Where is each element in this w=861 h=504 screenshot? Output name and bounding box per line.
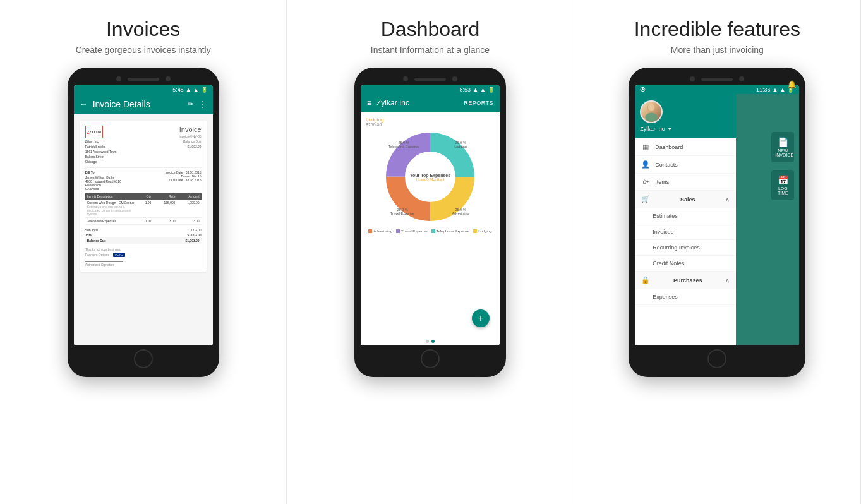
thanks-text: Thanks for your business.	[85, 248, 202, 251]
dashboard-icon: ▦	[641, 143, 650, 151]
company-addr3: Bakers Street	[85, 155, 117, 159]
due-date-row: Due Date : 18.08.2015	[166, 178, 202, 182]
invoice-title-section: Invoice Invoice# INV-30 Balance Due $1,0…	[179, 126, 201, 164]
paypal-icon: PayPal	[113, 253, 125, 257]
sidebar-label-sales: Sales	[680, 196, 695, 203]
sidebar-label-items: Items	[655, 179, 669, 185]
col-header-rate: Rate	[151, 195, 175, 198]
invoice-content: Z ZILLUM Zillum Inc Patrick Brooks 1561 …	[74, 114, 213, 345]
contacts-icon: 👤	[641, 160, 650, 169]
chart-legend: Advertising Travel Expense Telephone Exp…	[368, 229, 491, 233]
phone1-appbar: ← Invoice Details ✏ ⋮	[74, 94, 213, 114]
company-name: Zylkar Inc	[376, 99, 464, 107]
sidebar-label-recurring: Recurring Invoices	[653, 244, 700, 251]
invoice-header: Z ZILLUM Zillum Inc Patrick Brooks 1561 …	[85, 126, 202, 164]
phone3-status-left: ⦿	[640, 87, 646, 93]
panel2-subtitle: Instant Information at a glance	[371, 45, 490, 55]
more-icon[interactable]: ⋮	[199, 100, 207, 109]
sidebar-item-purchases[interactable]: 🔒 Purchases ∧	[635, 272, 736, 289]
highlight-amount: $250.00	[366, 123, 382, 127]
sidebar-right-panel: 🔔 📄 NEW INVOICE 📅 LOG TIME	[736, 94, 799, 345]
sidebar-item-credit-notes[interactable]: Credit Notes	[635, 256, 736, 272]
phone3-camera2	[739, 76, 744, 81]
dashboard-appbar: ≡ Zylkar Inc REPORTS	[361, 94, 500, 112]
col-header-amount: Amount	[176, 195, 200, 198]
phone1-statusbar: 5:45 ▲ ▲ 🔋	[74, 85, 213, 94]
sidebar-item-sales[interactable]: 🛒 Sales ∧	[635, 191, 736, 208]
donut-chart: Your Top Expenses ( Last 6 Months ) 25.0…	[383, 129, 478, 224]
col-header-qty: Qty	[135, 195, 151, 198]
signal-icon: ▲	[193, 87, 199, 93]
phone1-bottom	[74, 349, 213, 368]
sidebar-item-recurring-invoices[interactable]: Recurring Invoices	[635, 240, 736, 256]
company-logo: Z ZILLUM	[85, 126, 103, 138]
avatar-svg	[641, 102, 661, 122]
legend-dot-advertising	[368, 229, 372, 233]
row1-qty: 1.00	[135, 201, 151, 216]
legend-telephone: Telephone Expense	[431, 229, 470, 233]
phone3-top	[635, 76, 799, 81]
wifi-icon3: ▲	[772, 87, 778, 93]
company-addr2: 1561 Applewood Town	[85, 150, 117, 153]
total-row: Total$1,003.00	[85, 232, 202, 237]
bill-to-left: Bill To James William Burke 4906 Hopyard…	[85, 171, 121, 191]
sidebar-item-dashboard[interactable]: ▦ Dashboard	[635, 138, 736, 156]
phone3: ⦿ 11:36 ▲ ▲ 🔋	[629, 68, 805, 377]
invoice-document: Z ZILLUM Zillum Inc Patrick Brooks 1561 …	[80, 121, 207, 272]
user-name: Zylkar Inc	[640, 126, 665, 132]
hamburger-icon[interactable]: ≡	[367, 99, 371, 107]
invoice-table-header: Item & Description Qty Rate Amount	[85, 193, 202, 200]
sidebar-nav: Zylkar Inc ▼ ▦ Dashboard 👤 Contacts	[635, 94, 736, 345]
col-header-desc: Item & Description	[87, 195, 135, 198]
battery-icon2: 🔋	[488, 87, 495, 93]
company-addr4: Chicago	[85, 160, 117, 164]
phone3-screen: ⦿ 11:36 ▲ ▲ 🔋	[635, 85, 799, 345]
sidebar-item-expenses[interactable]: Expenses	[635, 289, 736, 305]
phone3-bottom	[635, 349, 799, 368]
segment-label-advertising: 25.0 %Advertising	[446, 208, 475, 215]
appbar-actions: ✏ ⋮	[188, 100, 207, 109]
donut-sub-text: ( Last 6 Months )	[408, 177, 452, 181]
payment-label: Payment Options :	[85, 253, 111, 256]
panel1-subtitle: Create gorgeous invoices instantly	[76, 45, 211, 55]
home-button2[interactable]	[421, 349, 440, 368]
sidebar-label-purchases: Purchases	[673, 277, 702, 284]
legend-dot-telephone	[431, 229, 435, 233]
reports-button[interactable]: REPORTS	[464, 100, 493, 106]
panel3-title: Incredible features	[634, 18, 800, 41]
avatar-image	[641, 102, 661, 122]
legend-label-telephone: Telephone Expense	[437, 229, 470, 233]
sidebar-item-invoices[interactable]: Invoices	[635, 224, 736, 240]
dropdown-arrow-icon[interactable]: ▼	[667, 126, 672, 132]
phone2-camera	[403, 76, 408, 81]
edit-icon[interactable]: ✏	[188, 100, 194, 109]
phone1-camera2	[166, 76, 171, 81]
panel3-subtitle: More than just invoicing	[671, 45, 764, 55]
donut-center-text: Your Top Expenses ( Last 6 Months )	[408, 173, 452, 181]
phone1-speaker	[128, 78, 159, 81]
phone2-time: 8:53	[460, 87, 471, 93]
log-time-button[interactable]: 📅 LOG TIME	[771, 170, 794, 200]
new-invoice-button[interactable]: 📄 NEW INVOICE	[771, 132, 794, 162]
legend-lodging: Lodging	[473, 229, 491, 233]
segment-label-telephone: 25.0 %Telephone Expense	[388, 141, 419, 148]
subtotal-row: Sub Total1,003.00	[85, 227, 202, 232]
fab-button[interactable]: +	[472, 309, 490, 327]
home-button[interactable]	[134, 349, 153, 368]
wifi-icon2: ▲	[473, 87, 478, 93]
purchases-icon: 🔒	[641, 276, 650, 284]
appbar-title: Invoice Details	[93, 99, 188, 109]
home-button3[interactable]	[707, 349, 726, 368]
legend-dot-travel	[396, 229, 400, 233]
phone3-statusbar: ⦿ 11:36 ▲ ▲ 🔋	[635, 85, 799, 94]
row2-qty: 1.00	[135, 219, 151, 223]
sidebar-item-contacts[interactable]: 👤 Contacts	[635, 156, 736, 174]
back-icon[interactable]: ←	[80, 100, 88, 109]
sidebar-item-estimates[interactable]: Estimates	[635, 208, 736, 224]
dot-1	[426, 340, 429, 343]
sidebar-item-items[interactable]: 🛍 Items	[635, 174, 736, 191]
bill-to-label: Bill To	[85, 171, 121, 174]
new-invoice-label: NEW INVOICE	[775, 148, 790, 157]
legend-dot-lodging	[473, 229, 477, 233]
sidebar-user-area: Zylkar Inc ▼	[635, 94, 736, 138]
